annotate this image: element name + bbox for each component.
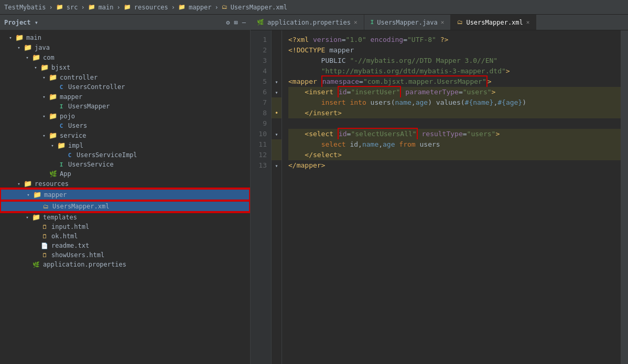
tree-label-service: service (60, 132, 86, 139)
tree-item-main[interactable]: ▾ 📁 main (0, 32, 250, 42)
interface-icon-usersmapper: I (57, 103, 66, 110)
tree-item-impl[interactable]: ▾ 📁 impl (0, 140, 250, 150)
tab-icon-usersmapper-java: I (371, 19, 374, 26)
tree-label-showusers-html: showUsers.html (51, 251, 104, 259)
breadcrumb-mapper: mapper (189, 4, 211, 11)
code-line-11: select id,name,age from users (288, 139, 621, 150)
select-id-highlight: id="selectUsersAll" (338, 128, 418, 140)
breadcrumb-resources: resources (134, 4, 168, 11)
insert-id-highlight: id="insertUser" (338, 86, 401, 98)
tree-item-showusers-html[interactable]: 🗒 showUsers.html (0, 250, 250, 260)
tree-arrow-main: ▾ (6, 35, 15, 40)
editor-content: 1 2 3 4 5 6 7 8 9 10 11 12 13 ▾ (251, 30, 628, 364)
class-icon-usersserviceimpl: C (65, 152, 74, 159)
tree-label-controller: controller (60, 74, 98, 81)
mapper-folder-icon: 📁 (178, 4, 186, 10)
tab-close-usersmapper-xml[interactable]: ✕ (526, 19, 530, 26)
sidebar-header: Project ▾ ⚙ ⊞ — (0, 15, 250, 30)
folder-icon-com: 📁 (31, 53, 41, 61)
tree-arrow-resources: ▾ (15, 181, 23, 186)
folder-icon-service: 📁 (48, 131, 58, 139)
editor-scrollbar[interactable] (621, 30, 628, 364)
tree-item-service[interactable]: ▾ 📁 service (0, 130, 250, 140)
resources-folder-icon: 📁 (124, 4, 131, 10)
code-line-2: <!DOCTYPE mapper (288, 45, 621, 56)
tree-item-usersmapper-xml[interactable]: 🗂 UsersMapper.xml (0, 201, 250, 212)
tree-item-mapper-java[interactable]: ▾ 📁 mapper (0, 92, 250, 102)
tab-usersmapper-xml[interactable]: 🗂 UsersMapper.xml ✕ (451, 15, 536, 30)
tree-label-app: App (60, 170, 71, 178)
project-name: TestMybatis (4, 4, 46, 11)
breadcrumb-main: main (99, 4, 114, 11)
folder-icon-pojo: 📁 (48, 112, 58, 120)
tab-app-props[interactable]: 🌿 application.properties ✕ (251, 15, 364, 30)
gutter: ▾ ▾ • ▾ ▾ (272, 30, 282, 364)
folder-icon-mapper-res: 📁 (33, 191, 42, 198)
sidebar-content: ▾ 📁 main ▾ 📁 java ▾ 📁 com ▾ (0, 30, 250, 364)
html-icon-showusers: 🗒 (40, 252, 49, 259)
tree-label-mapper-res: mapper (44, 191, 67, 198)
tree-item-app[interactable]: 🌿 App (0, 169, 250, 179)
tree-item-usersservice[interactable]: I UsersService (0, 160, 250, 169)
tree-label-app-props: application.properties (43, 261, 126, 268)
tree-arrow-service: ▾ (40, 133, 48, 138)
tree-item-app-props[interactable]: 🌿 application.properties (0, 260, 250, 269)
code-line-1: <?xml version="1.0" encoding="UTF-8" ?> (288, 35, 621, 45)
code-line-8: </insert> (288, 108, 621, 118)
tree-item-ok-html[interactable]: 🗒 ok.html (0, 231, 250, 241)
tab-close-app-props[interactable]: ✕ (354, 19, 358, 26)
tab-close-usersmapper-java[interactable]: ✕ (441, 19, 445, 26)
tree-item-templates[interactable]: ▾ 📁 templates (0, 212, 250, 222)
code-line-12: </select> (288, 150, 621, 160)
tree-label-users: Users (68, 122, 87, 129)
tree-item-input-html[interactable]: 🗒 input.html (0, 222, 250, 231)
tree-item-controller[interactable]: ▾ 📁 controller (0, 72, 250, 82)
tab-icon-usersmapper-xml: 🗂 (457, 19, 463, 26)
breadcrumb-file: UsersMapper.xml (231, 4, 287, 11)
tab-usersmapper-java[interactable]: I UsersMapper.java ✕ (364, 15, 451, 30)
folder-icon-templates: 📁 (31, 213, 41, 221)
editor-area: 🌿 application.properties ✕ I UsersMapper… (251, 15, 628, 364)
code-line-10: <select id="selectUsersAll" resultType="… (288, 129, 621, 139)
code-line-9 (288, 118, 621, 129)
tree-label-usersmapper-iface: UsersMapper (68, 103, 110, 110)
folder-icon-java: 📁 (23, 43, 33, 51)
tree-item-pojo[interactable]: ▾ 📁 pojo (0, 111, 250, 121)
code-area[interactable]: <?xml version="1.0" encoding="UTF-8" ?> … (282, 30, 621, 364)
tree-label-bjsxt: bjsxt (51, 64, 70, 71)
html-icon-ok: 🗒 (40, 233, 49, 240)
tree-arrow-controller: ▾ (40, 75, 48, 80)
tree-item-usersserviceimpl[interactable]: C UsersServiceImpl (0, 150, 250, 160)
tree-item-users[interactable]: C Users (0, 121, 250, 130)
code-line-7: insert into users(name,age) values(#{nam… (288, 97, 621, 108)
tree-arrow-mapper-res: ▾ (24, 192, 33, 197)
tree-item-resources[interactable]: ▾ 📁 resources (0, 179, 250, 189)
breadcrumb-src: src (67, 4, 78, 11)
tree-item-bjsxt[interactable]: ▾ 📁 bjsxt (0, 62, 250, 72)
tab-bar: 🌿 application.properties ✕ I UsersMapper… (251, 15, 628, 30)
tree-label-pojo: pojo (60, 113, 75, 120)
title-bar: TestMybatis › 📁 src › 📁 main › 📁 resourc… (0, 0, 628, 15)
sidebar-expand-icon[interactable]: ⊞ (234, 19, 238, 26)
tree-item-usersmapper-iface[interactable]: I UsersMapper (0, 102, 250, 111)
tab-label-usersmapper-java: UsersMapper.java (377, 19, 438, 26)
sidebar-settings-icon[interactable]: ⚙ (226, 19, 230, 26)
tree-item-java[interactable]: ▾ 📁 java (0, 42, 250, 52)
sidebar-collapse-icon[interactable]: — (242, 19, 246, 26)
project-panel-title: Project ▾ (4, 19, 38, 26)
tree-label-templates: templates (43, 214, 77, 221)
code-line-3: PUBLIC "-//mybatis.org//DTD Mapper 3.0//… (288, 56, 621, 66)
folder-icon-controller: 📁 (48, 73, 58, 81)
tree-item-readme[interactable]: 📄 readme.txt (0, 241, 250, 250)
tree-item-userscontroller[interactable]: C UsersController (0, 82, 250, 92)
tree-item-mapper-res[interactable]: ▾ 📁 mapper (0, 189, 250, 201)
tree-arrow-mapper-java: ▾ (40, 94, 48, 100)
tree-label-usersserviceimpl: UsersServiceImpl (77, 151, 137, 159)
class-icon-userscontroller: C (57, 84, 66, 91)
tab-label-usersmapper-xml: UsersMapper.xml (466, 19, 523, 26)
tree-label-mapper-java: mapper (60, 93, 82, 101)
line-numbers: 1 2 3 4 5 6 7 8 9 10 11 12 13 (251, 30, 272, 364)
tree-item-com[interactable]: ▾ 📁 com (0, 52, 250, 62)
xml-icon-usersmapper: 🗂 (41, 203, 50, 210)
folder-icon-mapper-java: 📁 (48, 93, 58, 101)
